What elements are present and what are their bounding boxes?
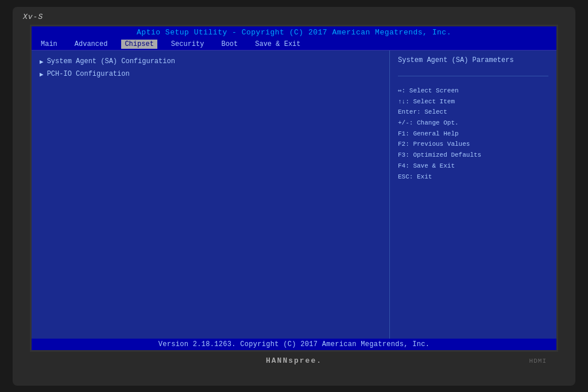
hdmi-label: HDMI — [529, 358, 547, 364]
menu-item-boot[interactable]: Boot — [218, 40, 241, 49]
key-help-line: ESC: Exit — [398, 172, 548, 183]
bios-right-panel: System Agent (SA) Parameters ⇔: Select S… — [390, 51, 556, 339]
entry-label: PCH-IO Configuration — [47, 70, 130, 78]
entry-arrow-icon: ▶ — [40, 58, 44, 65]
bios-content-area: ▶System Agent (SA) Configuration▶PCH-IO … — [32, 51, 556, 339]
brand-top-left: Xv-S — [23, 13, 43, 21]
key-help-line: F4: Save & Exit — [398, 161, 548, 172]
key-help-line: +/-: Change Opt. — [398, 118, 548, 129]
entry-arrow-icon: ▶ — [40, 71, 44, 78]
key-help-line: Enter: Select — [398, 107, 548, 118]
key-help-line: F1: General Help — [398, 129, 548, 139]
key-help-line: F2: Previous Values — [398, 139, 548, 150]
brand-prefix: HANN — [266, 356, 288, 365]
bios-screen: Aptio Setup Utility - Copyright (C) 2017… — [30, 25, 558, 352]
menu-item-advanced[interactable]: Advanced — [71, 40, 111, 49]
bios-left-panel: ▶System Agent (SA) Configuration▶PCH-IO … — [32, 51, 390, 339]
help-title: System Agent (SA) Parameters — [398, 56, 548, 64]
left-panel-entry-0[interactable]: ▶System Agent (SA) Configuration — [40, 56, 381, 67]
bios-menu-bar: MainAdvancedChipsetSecurityBootSave & Ex… — [32, 38, 556, 51]
brand-suffix: spree. — [288, 356, 322, 365]
monitor: Xv-S Aptio Setup Utility - Copyright (C)… — [13, 7, 575, 386]
bios-title-bar: Aptio Setup Utility - Copyright (C) 2017… — [32, 26, 556, 38]
key-help-line: F3: Optimized Defaults — [398, 150, 548, 161]
key-help-text: ⇔: Select Screen↑↓: Select ItemEnter: Se… — [398, 86, 548, 182]
monitor-bottom-strip: HANNspree. HDMI — [30, 352, 558, 367]
key-help-line: ⇔: Select Screen — [398, 86, 548, 96]
menu-item-main[interactable]: Main — [37, 40, 61, 49]
entry-label: System Agent (SA) Configuration — [47, 57, 175, 65]
monitor-brand: HANNspree. — [266, 356, 322, 365]
key-help-line: ↑↓: Select Item — [398, 96, 548, 107]
menu-item-security[interactable]: Security — [168, 40, 208, 49]
help-divider — [398, 76, 548, 76]
bios-footer: Version 2.18.1263. Copyright (C) 2017 Am… — [32, 339, 556, 350]
menu-item-save-and-exit[interactable]: Save & Exit — [252, 40, 304, 49]
menu-item-chipset[interactable]: Chipset — [121, 40, 157, 49]
left-panel-entry-1[interactable]: ▶PCH-IO Configuration — [40, 69, 381, 79]
